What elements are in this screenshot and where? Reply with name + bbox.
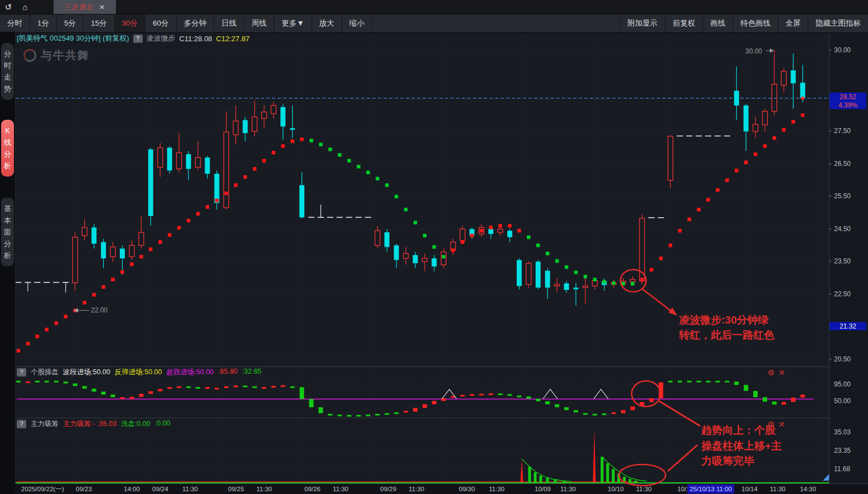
indicator-help-button[interactable]: ? [133,35,143,43]
panel2-help-button[interactable]: ? [17,420,26,428]
svg-text:11:30: 11:30 [256,486,272,492]
toolbar-right-button-4[interactable]: 全屏 [778,14,808,32]
toolbar-right-button-1[interactable]: 前复权 [665,14,703,32]
svg-text:凌波微步:30分钟绿: 凌波微步:30分钟绿 [679,314,769,326]
indicator-name: 凌波微步 [147,33,176,43]
svg-text:11:30: 11:30 [489,486,505,492]
toolbar-button-1[interactable]: 1分 [30,14,57,32]
svg-text:30.00: 30.00 [834,46,851,54]
tool-buttons: 附加显示前复权画线特色画线全屏隐藏主图指标 [620,14,868,32]
svg-text:09/25: 09/25 [228,486,244,492]
toolbar-right-button-5[interactable]: 隐藏主图指标 [808,14,868,32]
toolbar-button-2[interactable]: 5分 [57,14,84,32]
svg-text:14:00: 14:00 [124,486,140,492]
home-icon[interactable]: ⌂ [17,2,33,12]
panel2-legend: 主力吸筹:- :35.03洗盘:0.00:0.00 [63,419,171,429]
toolbar-button-7[interactable]: 日线 [214,14,244,32]
svg-text:11:30: 11:30 [333,486,348,492]
p1-legend-item-1: 反弹进场:50.00 [115,368,162,377]
toolbar-button-6[interactable]: 多分钟 [177,14,215,32]
svg-text:11:30: 11:30 [560,486,576,492]
svg-text:10/10: 10/10 [608,486,624,492]
period-buttons: 分时1分5分15分30分60分多分钟日线周线更多▼放大缩小 [0,14,372,32]
p2-legend-item-1: 洗盘:0.00 [121,419,151,429]
panel2-controls: ⚙ ✕ [768,420,785,429]
tab-close-icon[interactable]: ✕ [99,3,105,11]
p1-legend-item-3: :65.80 [218,368,237,377]
svg-text:09/23: 09/23 [76,486,92,492]
toolbar-right-button-3[interactable]: 特色画线 [733,14,778,32]
toolbar-button-11[interactable]: 缩小 [342,14,372,32]
last-price-dot [801,96,804,100]
svg-text:09/30: 09/30 [459,486,475,492]
p2-legend-item-0: 主力吸筹:- :35.03 [63,419,117,429]
toolbar-button-5[interactable]: 60分 [146,14,177,32]
toolbar-button-3[interactable]: 15分 [84,14,115,32]
toolbar-right-button-0[interactable]: 附加显示 [620,14,665,32]
svg-text:操盘柱体上移+主: 操盘柱体上移+主 [701,440,782,452]
p1-legend-item-2: 超跌进场:50.00 [167,368,214,377]
svg-text:30.00: 30.00 [745,47,762,55]
svg-text:21.32: 21.32 [840,322,856,330]
left-sidebar: 分 时 走 势K 线 分 析基 本 面 分 析 [0,32,15,494]
sidebar-tab-2[interactable]: 基 本 面 分 析 [1,198,14,266]
svg-text:09/29: 09/29 [380,486,396,492]
toolbar-button-10[interactable]: 放大 [312,14,342,32]
svg-text:11:30: 11:30 [770,486,785,492]
svg-text:力吸筹完毕: 力吸筹完毕 [701,455,754,467]
sidebar-tab-1[interactable]: K 线 分 析 [1,120,14,177]
c11-value: C11:28.08 [180,35,212,43]
panel2-title: 主力吸筹 [31,419,59,429]
svg-text:11:30: 11:30 [409,486,424,492]
svg-text:转红，此后一路红色: 转红，此后一路红色 [678,329,775,341]
svg-text:26.50: 26.50 [834,160,851,168]
panel1-controls: ⚙ ✕ [768,368,785,377]
svg-text:14:30: 14:30 [800,486,816,492]
sidebar-tab-0[interactable]: 分 时 走 势 [1,43,14,100]
p2-legend-item-2: :0.00 [155,419,171,429]
svg-text:50.00: 50.00 [834,397,851,405]
svg-text:35.03: 35.03 [834,428,851,436]
svg-text:10/09: 10/09 [535,486,551,492]
panel1-header: ? 个股操盘 波段进场:50.00反弹进场:50.00超跌进场:50.00:65… [17,368,825,377]
panel2-settings-gear-icon[interactable]: ⚙ [768,420,775,429]
back-icon[interactable]: ↺ [0,2,17,12]
svg-text:25/10/13 11:00: 25/10/13 11:00 [690,486,732,492]
document-tab-title: 三足鼎立 [65,2,94,12]
toolbar-button-4[interactable]: 30分 [115,14,146,32]
svg-text:23.50: 23.50 [834,257,851,265]
svg-text:09/26: 09/26 [304,486,321,492]
svg-text:27.50: 27.50 [834,127,851,135]
p1-legend-item-4: :32.65 [242,368,261,377]
panel1-legend: 波段进场:50.00反弹进场:50.00超跌进场:50.00:65.80:32.… [63,368,261,377]
svg-text:24.50: 24.50 [834,225,851,233]
watermark: 与牛共舞 [23,48,90,63]
svg-text:25.50: 25.50 [834,192,851,200]
c12-value: C12:27.87 [216,35,250,43]
watermark-logo-icon [23,49,36,62]
svg-text:23.35: 23.35 [834,447,851,454]
toolbar-button-9[interactable]: 更多▼ [274,14,312,32]
svg-text:11:30: 11:30 [182,486,198,492]
svg-text:10/14: 10/14 [741,486,758,492]
period-toolbar: 分时1分5分15分30分60分多分钟日线周线更多▼放大缩小 附加显示前复权画线特… [0,14,868,33]
panel1-settings-gear-icon[interactable]: ⚙ [768,368,775,377]
panel1-close-icon[interactable]: ✕ [778,368,785,377]
toolbar-right-button-2[interactable]: 画线 [702,14,733,32]
svg-text:20.50: 20.50 [834,355,851,363]
symbol-info-bar: [凯美特气 002549 30分钟] (前复权) ? 凌波微步 C11:28.0… [17,33,250,44]
document-tab[interactable]: 三足鼎立 ✕ [54,0,116,14]
panel2-close-icon[interactable]: ✕ [778,420,785,429]
toolbar-button-0[interactable]: 分时 [0,14,30,32]
toolbar-button-8[interactable]: 周线 [244,14,274,32]
svg-text:11:30: 11:30 [636,486,652,492]
svg-text:28.52: 28.52 [840,93,856,101]
panel1-title: 个股操盘 [31,368,59,377]
svg-text:4.39%: 4.39% [838,101,857,109]
app-window: 22.0030.0030.0027.5026.5025.5024.5023.50… [0,0,868,494]
symbol-label: [凯美特气 002549 30分钟] (前复权) [17,33,129,43]
title-bar: ↺ ⌂ 三足鼎立 ✕ [0,0,868,14]
svg-text:95.00: 95.00 [834,380,851,388]
panel1-help-button[interactable]: ? [17,368,26,376]
svg-text:11.68: 11.68 [834,465,850,473]
